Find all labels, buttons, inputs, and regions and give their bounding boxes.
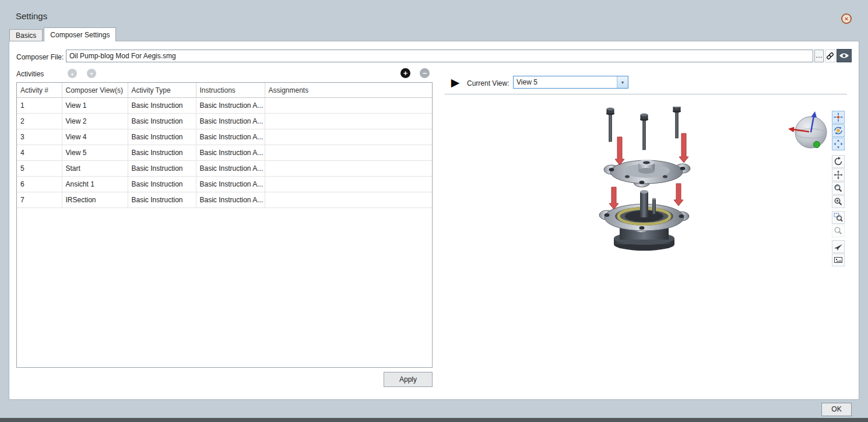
table-cell: 3: [17, 129, 62, 145]
ok-button[interactable]: OK: [821, 403, 852, 416]
window-bottom-edge: [0, 418, 868, 422]
dialog-content: Composer File: … Activities ▲ ▼ + −: [9, 41, 859, 400]
airplane-icon: [834, 242, 843, 251]
move-activity-up-icon[interactable]: ▲: [68, 69, 77, 78]
view-mode-toolbar: [832, 111, 845, 267]
current-view-select[interactable]: View 5 ▼: [513, 76, 628, 89]
table-cell: View 5: [62, 145, 128, 161]
table-cell: 2: [17, 114, 62, 129]
table-cell: Basic Instruction: [128, 192, 196, 208]
zoom-in-button[interactable]: [832, 195, 845, 208]
current-view-label: Current View:: [467, 79, 509, 87]
tab-bar: Basics Composer Settings: [9, 27, 117, 41]
saved-view-button[interactable]: [832, 254, 845, 266]
chevron-down-icon[interactable]: ▼: [617, 76, 628, 88]
activities-label: Activities: [16, 70, 44, 78]
current-view-value: View 5: [514, 76, 617, 88]
tab-basics[interactable]: Basics: [9, 29, 43, 41]
table-row[interactable]: 6Ansicht 1Basic InstructionBasic Instruc…: [17, 177, 432, 192]
table-cell: [265, 177, 432, 192]
window-title: Settings: [16, 11, 47, 21]
pan-mode-button[interactable]: [832, 138, 845, 150]
table-cell: Basic Instruction A...: [196, 114, 265, 129]
table-cell: Basic Instruction A...: [196, 177, 265, 192]
play-icon[interactable]: ▶: [448, 75, 462, 89]
table-cell: 1: [17, 98, 62, 114]
fly-through-button[interactable]: [832, 240, 845, 253]
pump-model-graphic: [584, 107, 718, 252]
column-header[interactable]: Activity Type: [128, 83, 196, 98]
column-header[interactable]: Composer View(s): [62, 83, 128, 98]
table-cell: IRSection: [62, 192, 128, 208]
table-cell: Basic Instruction A...: [196, 161, 265, 177]
table-cell: [265, 98, 432, 114]
table-cell: [265, 192, 432, 208]
table-cell: Basic Instruction: [128, 161, 196, 177]
move-icon: [834, 170, 843, 180]
table-cell: Basic Instruction: [128, 129, 196, 145]
table-row[interactable]: 1View 1Basic InstructionBasic Instructio…: [17, 98, 432, 114]
table-cell: Basic Instruction: [128, 177, 196, 192]
add-activity-icon[interactable]: +: [400, 68, 410, 78]
eye-icon[interactable]: [837, 49, 852, 62]
apply-button[interactable]: Apply: [384, 372, 433, 387]
zoom-selected-button[interactable]: [832, 224, 845, 237]
table-cell: Basic Instruction: [128, 114, 196, 129]
table-cell: Basic Instruction A...: [196, 98, 265, 114]
rotate-view-button[interactable]: [832, 155, 845, 168]
rotate-icon: [834, 157, 843, 166]
table-cell: Basic Instruction A...: [196, 192, 265, 208]
table-cell: 6: [17, 177, 62, 192]
table-cell: Basic Instruction A...: [196, 145, 265, 161]
zoom-window-icon: [834, 213, 843, 222]
move-activity-down-icon[interactable]: ▼: [87, 69, 96, 78]
table-cell: View 1: [62, 98, 128, 114]
table-cell: Ansicht 1: [62, 177, 128, 192]
table-cell: 7: [17, 192, 62, 208]
browse-button[interactable]: …: [814, 50, 824, 62]
table-cell: [265, 114, 432, 129]
table-row[interactable]: 4View 5Basic InstructionBasic Instructio…: [17, 145, 432, 161]
view-navigation-orb[interactable]: [787, 110, 832, 156]
activities-table-body: 1View 1Basic InstructionBasic Instructio…: [17, 98, 432, 208]
move-view-button[interactable]: [832, 168, 845, 181]
column-header[interactable]: Activity #: [17, 83, 62, 98]
close-icon[interactable]: ×: [841, 13, 852, 24]
link-icon[interactable]: [825, 50, 835, 62]
table-cell: View 4: [62, 129, 128, 145]
image-icon: [834, 255, 843, 265]
table-cell: [265, 145, 432, 161]
tab-composer-settings[interactable]: Composer Settings: [44, 27, 116, 41]
table-cell: Basic Instruction A...: [196, 129, 265, 145]
composer-file-label: Composer File:: [16, 53, 64, 61]
pan-icon: [834, 139, 843, 149]
zoom-rotate-button[interactable]: [832, 182, 845, 195]
settings-window: Settings × Basics Composer Settings Comp…: [0, 0, 868, 422]
table-cell: [265, 161, 432, 177]
divider: [445, 94, 847, 94]
orbit-mode-button[interactable]: [832, 124, 845, 137]
table-row[interactable]: 2View 2Basic InstructionBasic Instructio…: [17, 114, 432, 129]
zoom-rotate-icon: [834, 184, 843, 193]
zoom-window-button[interactable]: [832, 211, 845, 224]
remove-activity-icon[interactable]: −: [420, 68, 430, 78]
column-header[interactable]: Instructions: [196, 83, 265, 98]
table-cell: Start: [62, 161, 128, 177]
table-row[interactable]: 7IRSectionBasic InstructionBasic Instruc…: [17, 192, 432, 208]
table-row[interactable]: 3View 4Basic InstructionBasic Instructio…: [17, 129, 432, 145]
zoom-selected-icon: [834, 226, 843, 235]
center-view-icon: [834, 112, 843, 122]
table-row[interactable]: 5StartBasic InstructionBasic Instruction…: [17, 161, 432, 177]
composer-file-input[interactable]: [66, 50, 813, 62]
table-cell: [265, 129, 432, 145]
column-header[interactable]: Assignments: [265, 83, 432, 98]
table-header-row: Activity #Composer View(s)Activity TypeI…: [17, 83, 432, 98]
table-cell: 4: [17, 145, 62, 161]
center-mode-button[interactable]: [832, 111, 845, 124]
table-cell: View 2: [62, 114, 128, 129]
zoom-in-icon: [834, 197, 843, 206]
table-cell: 5: [17, 161, 62, 177]
table-cell: Basic Instruction: [128, 98, 196, 114]
orbit-icon: [834, 126, 843, 135]
activities-table: Activity #Composer View(s)Activity TypeI…: [16, 82, 433, 368]
